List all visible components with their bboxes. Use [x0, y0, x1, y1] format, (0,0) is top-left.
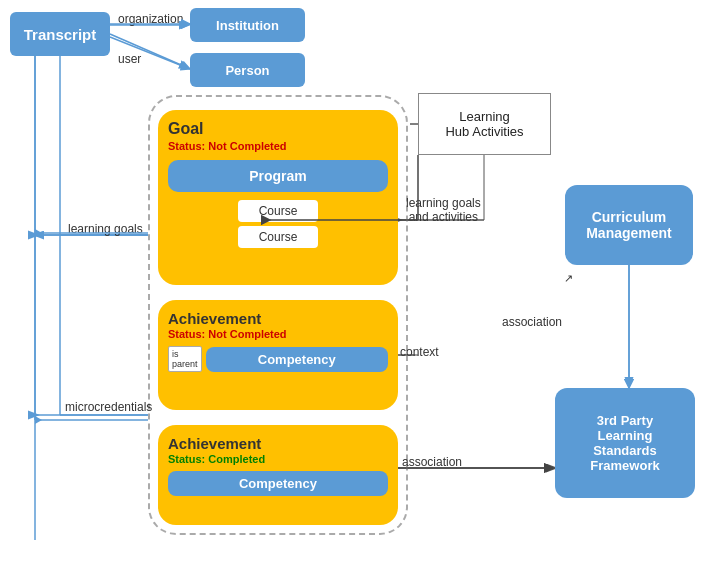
achievement-section-1: Achievement Status: Not Completed is par… — [158, 300, 398, 410]
transcript-label: Transcript — [24, 26, 97, 43]
is-parent-label: is parent — [168, 346, 202, 372]
competency2-label: Competency — [239, 476, 317, 491]
course2-label: Course — [259, 230, 298, 244]
microcredentials-label: microcredentials — [65, 400, 152, 414]
course-box-2: Course — [238, 226, 318, 248]
competency-row-2: Competency — [168, 471, 388, 496]
svg-marker-25 — [35, 229, 42, 237]
transcript-node: Transcript — [10, 12, 110, 56]
competency1-label: Competency — [258, 352, 336, 367]
third-party-node: 3rd Party Learning Standards Framework — [555, 388, 695, 498]
achievement-section-2: Achievement Status: Completed Competency — [158, 425, 398, 525]
achievement1-status: Status: Not Completed — [168, 328, 388, 340]
learning-goals-label: learning goals — [68, 222, 143, 236]
course1-label: Course — [259, 204, 298, 218]
association1-label: association — [502, 315, 562, 329]
curriculum-management-node: Curriculum Management — [565, 185, 693, 265]
competency-row-1: is parent Competency — [168, 346, 388, 372]
curriculum-management-label: Curriculum Management — [586, 209, 672, 241]
svg-marker-27 — [35, 416, 42, 424]
organization-label: organization — [118, 12, 183, 26]
person-node: Person — [190, 53, 305, 87]
institution-label: Institution — [216, 18, 279, 33]
user-label: user — [118, 52, 141, 66]
goal-status: Status: Not Completed — [168, 140, 388, 152]
program-box: Program — [168, 160, 388, 192]
lha-label: Learning Hub Activities — [445, 109, 523, 139]
competency-box-1: Competency — [206, 347, 388, 372]
course-box-1: Course — [238, 200, 318, 222]
association2-label: association — [402, 455, 462, 469]
person-label: Person — [225, 63, 269, 78]
svg-text:↗: ↗ — [564, 272, 573, 284]
learning-hub-activities-box: Learning Hub Activities — [418, 93, 551, 155]
third-party-label: 3rd Party Learning Standards Framework — [590, 413, 659, 473]
competency-box-2: Competency — [168, 471, 388, 496]
institution-node: Institution — [190, 8, 305, 42]
learning-goals-activities-label: learning goals and activities — [406, 196, 481, 224]
achievement1-title: Achievement — [168, 310, 388, 327]
program-label: Program — [249, 168, 307, 184]
context-label: context — [400, 345, 439, 359]
achievement2-status: Status: Completed — [168, 453, 388, 465]
goal-title: Goal — [168, 120, 388, 138]
goal-section: Goal Status: Not Completed Program Cours… — [158, 110, 398, 285]
diagram: Transcript Institution Person organizati… — [0, 0, 706, 576]
achievement2-title: Achievement — [168, 435, 388, 452]
